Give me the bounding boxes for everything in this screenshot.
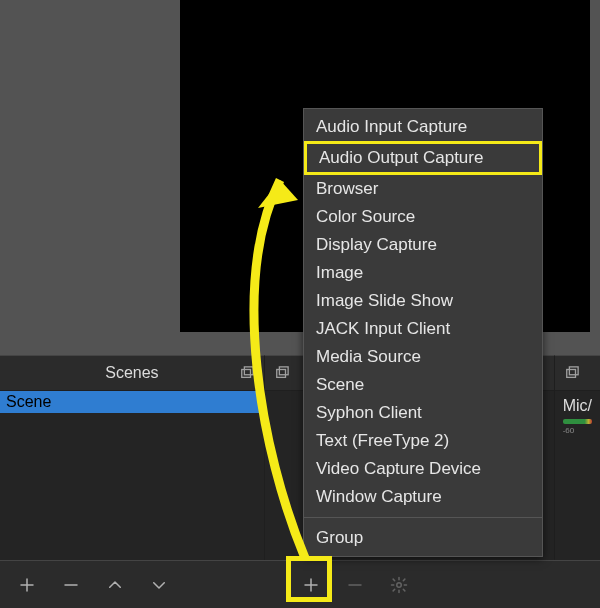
add-source-context-menu: Audio Input Capture Audio Output Capture… xyxy=(303,108,543,557)
svg-rect-1 xyxy=(244,367,253,375)
scenes-add-button[interactable] xyxy=(12,570,42,600)
mixer-track[interactable]: Mic/ -60 xyxy=(555,391,600,441)
menu-item-display-capture[interactable]: Display Capture xyxy=(304,231,542,259)
menu-item-text-freetype[interactable]: Text (FreeType 2) xyxy=(304,427,542,455)
menu-item-media-source[interactable]: Media Source xyxy=(304,343,542,371)
menu-separator xyxy=(304,517,542,518)
mixer-scale: -60 xyxy=(563,426,592,435)
menu-item-syphon-client[interactable]: Syphon Client xyxy=(304,399,542,427)
svg-rect-4 xyxy=(566,370,575,378)
scenes-down-button[interactable] xyxy=(144,570,174,600)
menu-item-image-slide-show[interactable]: Image Slide Show xyxy=(304,287,542,315)
svg-rect-3 xyxy=(279,367,288,375)
popout-icon[interactable] xyxy=(273,364,291,382)
mixer-body: Mic/ -60 xyxy=(555,391,600,560)
scenes-panel: Scenes Scene xyxy=(0,355,265,560)
bottom-toolbar xyxy=(0,560,600,608)
menu-item-window-capture[interactable]: Window Capture xyxy=(304,483,542,511)
sources-remove-button[interactable] xyxy=(340,570,370,600)
sources-settings-button[interactable] xyxy=(384,570,414,600)
svg-rect-2 xyxy=(277,370,286,378)
menu-item-color-source[interactable]: Color Source xyxy=(304,203,542,231)
mixer-header xyxy=(555,356,600,391)
svg-rect-5 xyxy=(569,367,578,375)
menu-item-scene[interactable]: Scene xyxy=(304,371,542,399)
menu-item-group[interactable]: Group xyxy=(304,524,542,552)
popout-icon[interactable] xyxy=(563,364,581,382)
menu-item-image[interactable]: Image xyxy=(304,259,542,287)
scenes-list[interactable]: Scene xyxy=(0,391,264,560)
svg-rect-0 xyxy=(242,370,251,378)
mixer-level-bar xyxy=(563,419,592,424)
scenes-remove-button[interactable] xyxy=(56,570,86,600)
menu-item-jack-input-client[interactable]: JACK Input Client xyxy=(304,315,542,343)
popout-icon[interactable] xyxy=(238,364,256,382)
menu-item-browser[interactable]: Browser xyxy=(304,175,542,203)
svg-point-6 xyxy=(397,582,402,587)
scene-item[interactable]: Scene xyxy=(0,391,264,413)
scenes-title: Scenes xyxy=(105,364,158,382)
scenes-up-button[interactable] xyxy=(100,570,130,600)
scenes-header: Scenes xyxy=(0,356,264,391)
menu-item-audio-input-capture[interactable]: Audio Input Capture xyxy=(304,113,542,141)
sources-add-button[interactable] xyxy=(296,570,326,600)
menu-item-audio-output-capture[interactable]: Audio Output Capture xyxy=(304,141,542,175)
menu-item-video-capture-device[interactable]: Video Capture Device xyxy=(304,455,542,483)
mixer-panel: Mic/ -60 xyxy=(555,355,600,560)
mixer-track-label: Mic/ xyxy=(563,397,592,415)
